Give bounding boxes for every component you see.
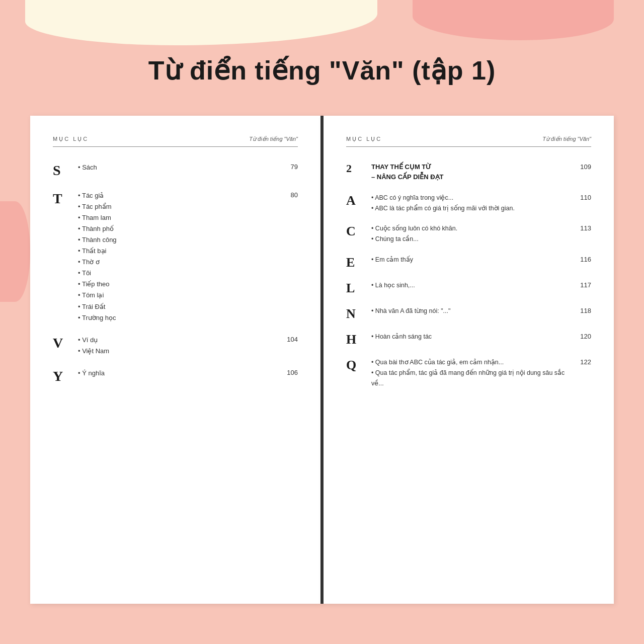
letter-y: Y xyxy=(53,368,73,385)
toc-item: Việt Nam xyxy=(78,346,277,357)
toc-item: Tiếp theo xyxy=(78,279,281,290)
right-toc-item: ABC là tác phẩm có giá trị sống mãi với … xyxy=(371,203,573,214)
right-letter-l: L xyxy=(346,280,366,296)
right-letter-a: A xyxy=(346,193,366,208)
right-items-q: Qua bài thơ ABC của tác giả, em cảm nhận… xyxy=(366,357,573,388)
right-items-h: Hoàn cảnh sáng tác xyxy=(366,332,573,342)
toc-item: Tác giả xyxy=(78,190,281,201)
toc-item: Tóm lại xyxy=(78,290,281,301)
items-v: Ví dụ Việt Nam xyxy=(73,335,277,357)
right-page: MỤC LỤC Từ điển tiếng "Văn" 2 THAY THẾ C… xyxy=(322,116,614,604)
right-entry-e: E Em cảm thấy 116 xyxy=(346,255,591,270)
right-letter-c: C xyxy=(346,223,366,239)
right-items-e: Em cảm thấy xyxy=(366,255,573,265)
right-page-a: 110 xyxy=(573,194,591,201)
right-entry-a: A ABC có ý nghĩa trong việc... ABC là tá… xyxy=(346,193,591,213)
toc-item: Thờ ơ xyxy=(78,257,281,268)
page-num-s: 79 xyxy=(281,163,298,171)
section-title-block: THAY THẾ CỤM TỪ– NÂNG CẤP DIỄN ĐẠT xyxy=(366,162,573,182)
right-letter-n: N xyxy=(346,306,366,321)
right-header-label: MỤC LỤC xyxy=(346,136,382,142)
top-decoration xyxy=(0,0,644,60)
right-items-a: ABC có ý nghĩa trong việc... ABC là tác … xyxy=(366,193,573,213)
pages-container: MỤC LỤC Từ điển tiếng "Văn" S Sách 79 T … xyxy=(30,116,614,604)
section-number: 2 xyxy=(346,162,366,175)
letter-v: V xyxy=(53,335,73,352)
right-toc-item: Qua bài thơ ABC của tác giả, em cảm nhận… xyxy=(371,357,573,368)
left-decoration xyxy=(0,201,30,302)
right-entry-n: N Nhà văn A đã từng nói: "..." 118 xyxy=(346,306,591,321)
right-toc-item: Nhà văn A đã từng nói: "..." xyxy=(371,306,573,316)
section-title: THAY THẾ CỤM TỪ– NÂNG CẤP DIỄN ĐẠT xyxy=(371,162,573,182)
toc-item: Thành phố xyxy=(78,223,281,234)
toc-entry-s: S Sách 79 xyxy=(53,162,298,179)
toc-item: Thất bại xyxy=(78,246,281,257)
toc-item: Tôi xyxy=(78,268,281,279)
right-header-title: Từ điển tiếng "Văn" xyxy=(542,136,591,142)
right-entry-h: H Hoàn cảnh sáng tác 120 xyxy=(346,332,591,347)
right-page-l: 117 xyxy=(573,281,591,289)
right-page-h: 120 xyxy=(573,333,591,340)
right-letter-e: E xyxy=(346,255,366,270)
letter-t: T xyxy=(53,190,73,207)
items-t: Tác giả Tác phẩm Tham lam Thành phố Thàn… xyxy=(73,190,281,324)
toc-entry-v: V Ví dụ Việt Nam 104 xyxy=(53,335,298,357)
toc-entry-t: T Tác giả Tác phẩm Tham lam Thành phố Th… xyxy=(53,190,298,324)
right-items-l: Là học sinh,... xyxy=(366,280,573,291)
right-letter-h: H xyxy=(346,332,366,347)
toc-item: Thành công xyxy=(78,234,281,246)
toc-entry-y: Y Ý nghĩa 106 xyxy=(53,368,298,385)
pink-splash xyxy=(413,0,614,40)
page-num-y: 106 xyxy=(277,369,298,376)
toc-item: Tham lam xyxy=(78,212,281,223)
right-entry-l: L Là học sinh,... 117 xyxy=(346,280,591,296)
right-toc-item: Cuộc sống luôn có khó khăn. xyxy=(371,223,573,234)
right-page-header: MỤC LỤC Từ điển tiếng "Văn" xyxy=(346,136,591,147)
page-title: Từ điển tiếng "Văn" (tập 1) xyxy=(0,55,644,86)
right-entry-c: C Cuộc sống luôn có khó khăn. Chúng ta c… xyxy=(346,223,591,244)
items-y: Ý nghĩa xyxy=(73,368,277,379)
right-toc-item: Qua tác phẩm, tác giả đã mang đến những … xyxy=(371,368,573,388)
toc-item: Ví dụ xyxy=(78,335,277,346)
page-num-t: 80 xyxy=(281,191,298,199)
right-entry-q: Q Qua bài thơ ABC của tác giả, em cảm nh… xyxy=(346,357,591,388)
left-page: MỤC LỤC Từ điển tiếng "Văn" S Sách 79 T … xyxy=(30,116,322,604)
left-header-title: Từ điển tiếng "Văn" xyxy=(249,136,298,142)
right-page-q: 122 xyxy=(573,358,591,366)
toc-item: Trường học xyxy=(78,312,281,324)
right-items-c: Cuộc sống luôn có khó khăn. Chúng ta cần… xyxy=(366,223,573,244)
page-num-v: 104 xyxy=(277,336,298,343)
right-toc-item: Là học sinh,... xyxy=(371,280,573,291)
items-s: Sách xyxy=(73,162,281,173)
left-header-label: MỤC LỤC xyxy=(53,136,89,142)
section-2-header: 2 THAY THẾ CỤM TỪ– NÂNG CẤP DIỄN ĐẠT 109 xyxy=(346,162,591,182)
right-items-n: Nhà văn A đã từng nói: "..." xyxy=(366,306,573,316)
section-page-num: 109 xyxy=(573,163,591,171)
toc-item: Trái Đất xyxy=(78,301,281,312)
letter-s: S xyxy=(53,162,73,179)
toc-item: Ý nghĩa xyxy=(78,368,277,379)
right-page-c: 113 xyxy=(573,224,591,232)
right-toc-item: Chúng ta cần... xyxy=(371,234,573,245)
right-page-n: 118 xyxy=(573,307,591,314)
toc-item: Sách xyxy=(78,162,281,173)
right-toc-item: Em cảm thấy xyxy=(371,255,573,265)
right-toc-item: ABC có ý nghĩa trong việc... xyxy=(371,193,573,203)
toc-item: Tác phẩm xyxy=(78,201,281,212)
cream-splash xyxy=(25,0,377,45)
right-toc-item: Hoàn cảnh sáng tác xyxy=(371,332,573,342)
right-letter-q: Q xyxy=(346,357,366,373)
right-page-e: 116 xyxy=(573,256,591,263)
left-page-header: MỤC LỤC Từ điển tiếng "Văn" xyxy=(53,136,298,147)
